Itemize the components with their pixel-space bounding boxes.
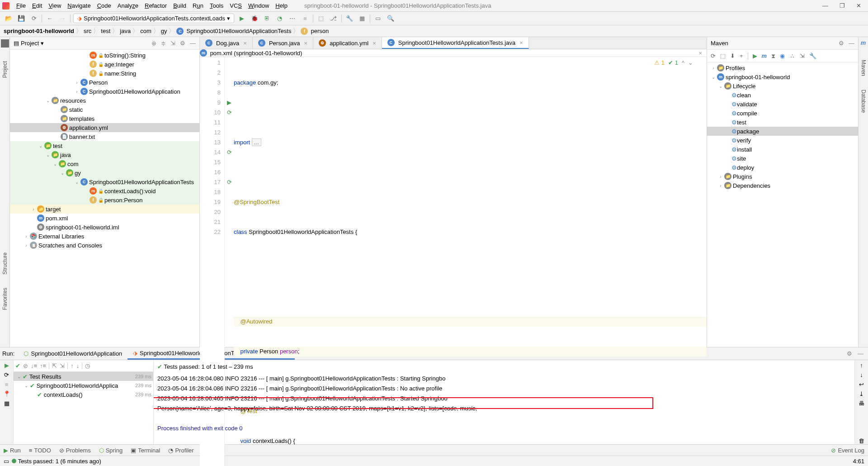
add-icon[interactable]: + [740,52,743,59]
attach-icon[interactable]: ⋯ [288,14,297,24]
forward-icon[interactable]: → [57,14,67,24]
menu-analyze[interactable]: Analyze [114,1,142,10]
save-icon[interactable]: 💾 [16,14,26,24]
tree-item[interactable]: java [60,152,71,158]
bottom-terminal[interactable]: ▣Terminal [131,447,160,454]
crumb-gy[interactable]: gy [161,28,167,34]
maven-item[interactable]: Profiles [726,65,745,71]
run-config-selector[interactable]: ⬗ Springboot01HelloworldApplicationTests… [73,14,234,23]
rail-favorites[interactable]: Favorites [2,288,8,310]
maven-tree[interactable]: ›📁Profiles ⌄mspringboot-01-helloworld ⌄📁… [707,62,858,347]
collapse-icon[interactable]: ≑ [161,40,166,47]
offline-icon[interactable]: ◉ [780,52,785,59]
update-icon[interactable]: ⬚ [316,14,326,24]
tree-item[interactable]: contextLoads():void [104,188,156,195]
minimize-icon[interactable]: — [822,2,828,9]
gear-icon[interactable]: ⚙ [180,40,185,47]
menu-file[interactable]: File [13,1,29,10]
tree-item[interactable]: Springboot01HelloworldApplicationTests [89,179,194,185]
hide-icon[interactable]: — [190,40,196,47]
maven-item[interactable]: Lifecycle [733,83,756,90]
dependencies-icon[interactable]: ⛬ [789,52,795,59]
rail-structure[interactable]: Structure [2,252,8,275]
menu-help[interactable]: Help [272,1,291,10]
menu-run[interactable]: Run [189,1,207,10]
tab-tests[interactable]: CSpringboot01HelloworldApplicationTests.… [382,37,529,49]
tree-item[interactable]: Springboot01HelloworldApplication [89,88,180,95]
tree-item[interactable]: person:Person [104,197,143,204]
rail-project[interactable]: Project [2,61,8,78]
bottom-problems[interactable]: ⊘Problems [59,447,91,454]
bottom-spring[interactable]: ⬡Spring [99,447,123,454]
maven-rail-icon[interactable]: m [861,39,866,46]
download-icon[interactable]: ⬇ [730,52,735,59]
down-icon[interactable]: ↓ [860,371,863,378]
tree-item[interactable]: test [53,143,62,149]
tree-item[interactable]: pom.xml [46,215,68,222]
passed-icon[interactable]: ✔ [15,362,20,369]
maven-item[interactable]: compile [737,110,757,117]
failed-icon[interactable]: ⊘ [23,362,28,369]
expand-icon[interactable]: ⇲ [170,40,175,47]
warning-icon[interactable]: ⚠ 1 [654,58,665,68]
scroll-icon[interactable]: ⤓ [859,390,864,397]
coverage-icon[interactable]: ⛨ [262,14,272,24]
maven-item[interactable]: Dependencies [733,182,770,189]
crumb-src[interactable]: src [84,28,91,34]
crumb-field[interactable]: fperson [301,28,329,35]
tree-item[interactable]: target [46,206,61,213]
tree-item[interactable]: com [67,161,79,167]
tree-item[interactable]: Scratches and Consoles [38,242,102,249]
menu-view[interactable]: View [45,1,64,10]
maximize-icon[interactable]: ❐ [840,2,845,9]
refresh-icon[interactable]: ⟳ [29,14,39,24]
print-icon[interactable]: 🖶 [859,400,864,407]
reload-icon[interactable]: ⟳ [711,52,716,59]
settings-icon[interactable]: 🔧 [809,52,816,59]
stop-icon[interactable]: ■ [5,381,9,388]
maven-item[interactable]: springboot-01-helloworld [726,74,790,81]
close-icon[interactable]: × [698,50,707,57]
up-icon[interactable]: ↑ [860,362,863,369]
menu-navigate[interactable]: Navigate [64,1,94,10]
crumb-java[interactable]: java [120,28,131,34]
wrap-icon[interactable]: ↩ [859,381,864,388]
generate-icon[interactable]: ⬚ [720,52,726,59]
bottom-todo[interactable]: ≡TODO [29,447,51,454]
close-icon[interactable]: × [243,40,247,47]
maven-item[interactable]: Plugins [733,173,752,180]
sort2-icon[interactable]: ↑≡ [40,362,46,369]
locate-icon[interactable]: ⊕ [151,40,156,47]
trash-icon[interactable]: 🗑 [859,437,864,444]
open-icon[interactable]: 📂 [4,14,14,24]
rerun-icon[interactable]: ▶ [5,362,9,369]
tree-item[interactable]: age:Integer [104,61,134,68]
hide-icon[interactable]: — [858,350,863,357]
close-icon[interactable]: ✕ [856,2,861,9]
caret-position[interactable]: 4:61 [853,458,864,465]
gear-icon[interactable]: ⚙ [847,350,852,357]
menu-window[interactable]: Window [245,1,272,10]
gear-icon[interactable]: ⚙ [839,40,844,47]
tree-item[interactable]: static [69,106,83,113]
debug-icon[interactable]: 🐞 [250,14,259,24]
hide-icon[interactable]: — [849,40,854,47]
settings-icon[interactable]: 🔧 [344,14,354,24]
maven-item[interactable]: deploy [737,164,754,171]
down-icon[interactable]: ↓ [76,362,80,369]
run-gutter-icon[interactable]: ▶ [227,98,231,108]
run-icon[interactable]: ▶ [753,52,757,59]
maven-item[interactable]: test [737,119,746,126]
maven-item[interactable]: clean [737,92,751,99]
crumb-class[interactable]: CSpringboot01HelloworldApplicationTests [176,28,291,35]
tree-item[interactable]: application.yml [69,124,108,131]
tree-item[interactable]: External Libraries [38,233,84,240]
close-icon[interactable]: × [519,39,523,46]
maven-item[interactable]: validate [737,101,757,108]
back-icon[interactable]: ← [45,14,55,24]
up-icon[interactable]: ↑ [71,362,74,369]
services-icon[interactable]: ▭ [373,14,383,24]
maven-icon[interactable]: m [762,52,767,59]
debug-icon[interactable]: ⟳ [4,371,9,378]
menu-refactor[interactable]: Refactor [142,1,170,10]
